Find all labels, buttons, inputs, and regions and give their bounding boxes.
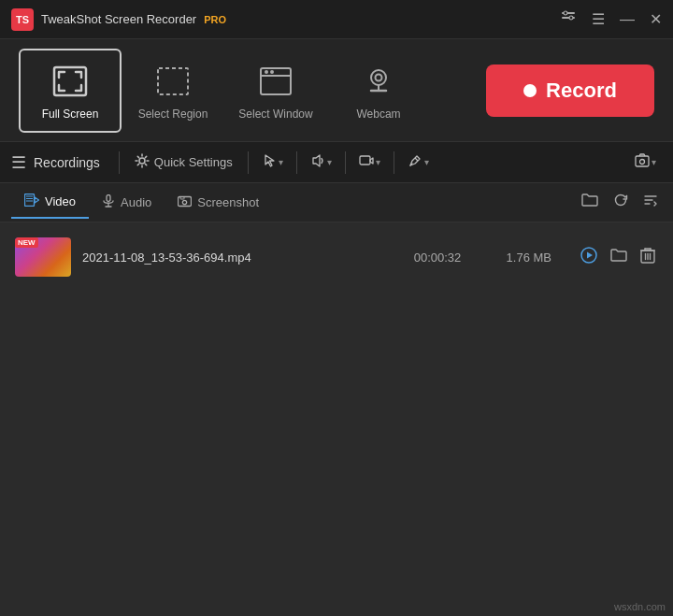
close-icon[interactable]: ✕ <box>650 10 662 28</box>
capture-mode-window[interactable]: Select Window <box>224 49 327 133</box>
window-icon <box>257 61 294 102</box>
svg-point-14 <box>139 158 145 164</box>
play-button[interactable] <box>578 244 600 271</box>
capture-mode-region[interactable]: Select Region <box>122 49 224 133</box>
svg-point-10 <box>371 70 386 85</box>
annotations-dropdown[interactable]: ▾ <box>402 150 435 175</box>
capture-modes: Full Screen Select Region <box>19 49 467 133</box>
window-controls: ☰ — ✕ <box>560 9 662 30</box>
capture-mode-fullscreen[interactable]: Full Screen <box>19 49 122 133</box>
svg-rect-20 <box>25 194 35 207</box>
svg-rect-18 <box>636 156 649 166</box>
quick-settings-label: Quick Settings <box>154 155 233 169</box>
title-bar: TS TweakShot Screen Recorder PRO ☰ — ✕ <box>0 0 673 39</box>
new-badge: NEW <box>15 237 38 248</box>
svg-point-8 <box>265 70 268 74</box>
tab-screenshot[interactable]: Screenshot <box>165 187 272 218</box>
watermark: wsxdn.com <box>614 601 666 612</box>
region-label: Select Region <box>138 107 208 121</box>
svg-marker-15 <box>313 155 320 166</box>
toolbar-separator-5 <box>394 151 394 174</box>
sort-button[interactable] <box>639 189 662 216</box>
audio-tab-icon <box>102 194 115 210</box>
webcam-toolbar-icon <box>359 153 374 171</box>
audio-dropdown-arrow: ▾ <box>327 157 332 167</box>
tab-video[interactable]: Video <box>11 186 89 219</box>
toolbar-separator-2 <box>248 151 249 174</box>
refresh-button[interactable] <box>609 189 632 216</box>
recording-size: 1.76 MB <box>486 251 551 265</box>
webcam-label: Webcam <box>356 107 400 121</box>
record-dot <box>523 84 537 97</box>
audio-dropdown[interactable]: ▾ <box>305 150 337 175</box>
recordings-label: Recordings <box>34 155 100 170</box>
recordings-list: NEW 2021-11-08_13-53-36-694.mp4 00:00:32… <box>0 222 673 292</box>
screenshot-toolbar-icon <box>635 153 650 171</box>
window-label: Select Window <box>238 107 312 121</box>
tab-actions <box>578 189 662 216</box>
recording-actions <box>578 244 658 271</box>
minimize-icon[interactable]: — <box>620 11 635 28</box>
tab-audio[interactable]: Audio <box>89 187 165 218</box>
quick-settings-icon <box>135 153 150 172</box>
webcam-icon <box>360 61 397 102</box>
webcam-dropdown[interactable]: ▾ <box>353 150 386 175</box>
capture-bar: Full Screen Select Region <box>0 39 673 142</box>
video-tab-icon <box>24 193 39 209</box>
recording-thumbnail: NEW <box>15 237 71 277</box>
video-tab-label: Video <box>45 194 76 208</box>
svg-line-17 <box>415 158 418 161</box>
tabs-bar: Video Audio Screenshot <box>0 183 673 222</box>
record-button[interactable]: Record <box>486 64 654 117</box>
app-name: TweakShot Screen Recorder <box>41 12 196 26</box>
toolbar-menu-icon[interactable]: ☰ <box>11 152 26 173</box>
audio-icon <box>310 153 325 171</box>
open-folder-button[interactable] <box>578 189 602 216</box>
fullscreen-label: Full Screen <box>42 107 99 121</box>
region-icon <box>154 61 192 102</box>
svg-point-2 <box>564 11 567 15</box>
toolbar-separator-1 <box>119 151 120 174</box>
svg-point-19 <box>640 160 645 165</box>
svg-rect-16 <box>360 156 370 165</box>
svg-rect-28 <box>180 197 184 200</box>
toolbar: ☰ Recordings Quick Settings ▾ ▾ <box>0 142 673 183</box>
hamburger-icon[interactable]: ☰ <box>592 10 605 28</box>
screenshot-tab-label: Screenshot <box>197 195 259 209</box>
screenshot-toolbar-dropdown[interactable]: ▾ <box>629 150 662 175</box>
toolbar-separator-3 <box>296 151 297 174</box>
toolbar-separator-4 <box>345 151 346 174</box>
recording-duration: 00:00:32 <box>400 251 475 265</box>
audio-tab-label: Audio <box>121 195 151 209</box>
cursor-dropdown-arrow: ▾ <box>279 157 283 167</box>
svg-rect-24 <box>107 195 110 202</box>
delete-button[interactable] <box>637 244 658 271</box>
screenshot-toolbar-dropdown-arrow: ▾ <box>652 157 656 167</box>
svg-point-29 <box>183 200 187 204</box>
annotations-icon <box>408 153 422 171</box>
svg-rect-5 <box>158 68 188 94</box>
annotations-dropdown-arrow: ▾ <box>424 157 429 167</box>
open-file-folder-button[interactable] <box>608 245 630 270</box>
fullscreen-icon <box>51 61 89 102</box>
svg-point-3 <box>569 16 573 20</box>
quick-settings-button[interactable]: Quick Settings <box>127 150 240 176</box>
pro-badge: PRO <box>204 14 226 25</box>
cursor-dropdown[interactable]: ▾ <box>256 150 289 175</box>
app-logo: TS <box>11 8 34 31</box>
cursor-icon <box>262 153 277 171</box>
svg-point-11 <box>376 74 382 80</box>
table-row[interactable]: NEW 2021-11-08_13-53-36-694.mp4 00:00:32… <box>0 230 673 284</box>
recording-filename: 2021-11-08_13-53-36-694.mp4 <box>82 251 389 265</box>
tools-icon[interactable] <box>560 9 577 30</box>
screenshot-tab-icon <box>178 194 192 210</box>
webcam-dropdown-arrow: ▾ <box>376 157 380 167</box>
record-label: Record <box>546 79 617 103</box>
svg-point-9 <box>270 70 274 74</box>
capture-mode-webcam[interactable]: Webcam <box>327 49 430 133</box>
